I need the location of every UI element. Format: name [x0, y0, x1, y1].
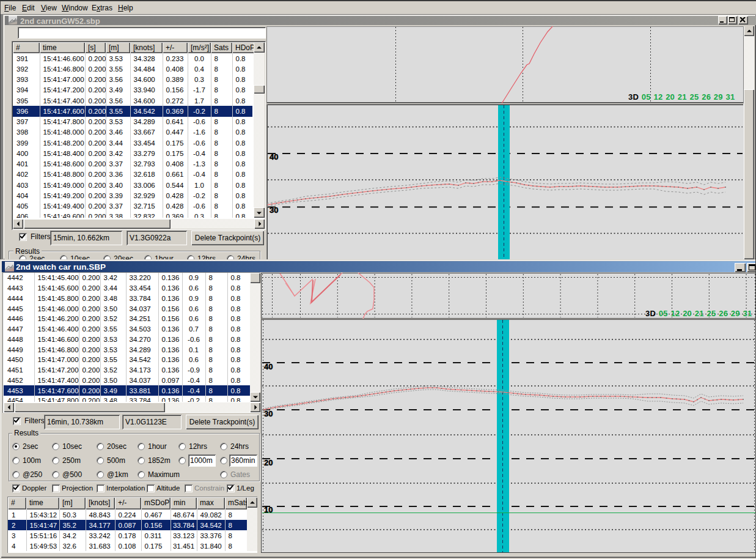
svg-text:20: 20	[264, 458, 273, 467]
svg-text:10: 10	[264, 505, 273, 514]
svg-text:30: 30	[264, 409, 273, 418]
svg-text:40: 40	[270, 152, 278, 161]
svg-text:40: 40	[264, 362, 273, 371]
svg-text:3D 05 12 20 21 25 26 29 31: 3D 05 12 20 21 25 26 29 31	[628, 92, 735, 102]
svg-text:3D 05 12 20 21 25 26 29 31: 3D 05 12 20 21 25 26 29 31	[645, 309, 752, 318]
svg-text:30: 30	[270, 205, 278, 215]
